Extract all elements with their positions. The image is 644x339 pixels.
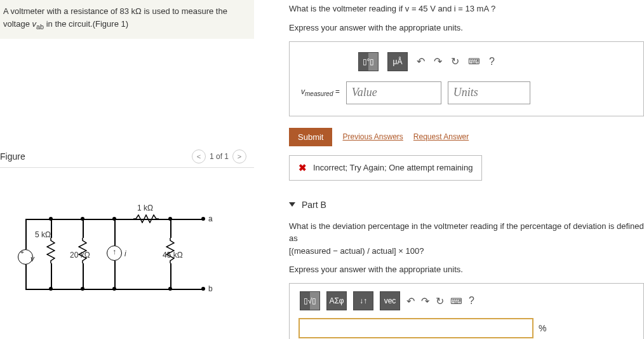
label-1k: 1 kΩ: [137, 204, 153, 212]
percent-label: %: [539, 323, 546, 333]
greek-button[interactable]: ΑΣφ: [326, 291, 347, 310]
collapse-icon: [289, 202, 295, 207]
updown-icon: ↓↑: [359, 296, 367, 305]
measured-var-label: vmeasured =: [301, 87, 340, 97]
templates-icon-b: ▯√▯: [304, 296, 317, 305]
resistor-5k: [46, 238, 55, 263]
part-a-question: What is the voltmeter reading if v = 45 …: [289, 3, 644, 15]
figure-nav-count: 1 of 1: [210, 152, 229, 161]
mu-icon: μÅ: [393, 57, 403, 66]
reset-icon-b[interactable]: ↻: [436, 295, 444, 307]
part-b-formula: [(measured − actual) / actual] × 100?: [289, 246, 424, 256]
part-a-input-row: vmeasured =: [301, 81, 632, 104]
help-icon-b[interactable]: ?: [469, 295, 474, 307]
terminal-a: a: [208, 214, 213, 223]
submit-button[interactable]: Submit: [289, 128, 332, 146]
figure-prev-button[interactable]: <: [192, 149, 206, 163]
figure-next-button[interactable]: >: [232, 149, 246, 163]
current-source: ↑: [107, 246, 122, 261]
part-b-label: Part B: [302, 200, 326, 210]
problem-statement: A voltmeter with a resistance of 83 kΩ i…: [0, 0, 254, 39]
part-a-submit-row: Submit Previous Answers Request Answer: [289, 128, 644, 146]
problem-sub: ab: [36, 22, 44, 30]
value-input[interactable]: [346, 81, 441, 104]
undo-icon-b[interactable]: ↶: [406, 295, 415, 307]
previous-answers-link[interactable]: Previous Answers: [342, 132, 403, 141]
units-input[interactable]: [448, 81, 530, 104]
request-answer-link[interactable]: Request Answer: [413, 132, 469, 141]
templates-button[interactable]: ▯°▯: [358, 52, 379, 71]
label-v: v: [30, 254, 34, 263]
part-b-value-input[interactable]: [299, 318, 533, 338]
label-20k: 20 kΩ: [70, 251, 90, 259]
greek-icon: ΑΣφ: [329, 296, 344, 305]
reset-icon[interactable]: ↻: [451, 55, 459, 67]
figure-title: Figure: [0, 151, 25, 162]
part-a-toolbar: ▯°▯ μÅ ↶ ↷ ↻ ⌨ ?: [358, 52, 632, 71]
part-b-question-pre: What is the deviation percentage in the …: [289, 221, 644, 244]
part-a-instruction: Express your answer with the appropriate…: [289, 23, 644, 32]
part-b-instruction: Express your answer with the appropriate…: [289, 265, 644, 274]
templates-button-b[interactable]: ▯√▯: [300, 291, 320, 310]
part-b-question: What is the deviation percentage in the …: [289, 220, 644, 258]
figure-header: Figure < 1 of 1 >: [0, 147, 254, 168]
vec-icon: vec: [384, 296, 396, 305]
figure-nav: < 1 of 1 >: [192, 149, 246, 163]
undo-icon[interactable]: ↶: [417, 55, 425, 67]
redo-icon-b[interactable]: ↷: [421, 295, 429, 307]
part-b-answer-box: ▯√▯ ΑΣφ ↓↑ vec ↶ ↷ ↻ ⌨ ? %: [289, 283, 644, 339]
label-i: i: [124, 249, 126, 258]
resistor-1k: [133, 214, 159, 223]
redo-icon[interactable]: ↷: [434, 55, 442, 67]
label-5k: 5 kΩ: [35, 230, 51, 239]
part-b-header[interactable]: Part B: [289, 200, 644, 210]
terminal-b: b: [208, 284, 213, 293]
superscript-button[interactable]: ↓↑: [353, 291, 373, 310]
keyboard-icon[interactable]: ⌨: [468, 57, 480, 66]
help-icon[interactable]: ?: [489, 56, 495, 67]
feedback-box: ✖ Incorrect; Try Again; One attempt rema…: [289, 155, 482, 181]
incorrect-icon: ✖: [299, 162, 307, 174]
part-b-toolbar: ▯√▯ ΑΣφ ↓↑ vec ↶ ↷ ↻ ⌨ ?: [300, 291, 634, 310]
feedback-text: Incorrect; Try Again; One attempt remain…: [313, 163, 473, 172]
circuit-schematic: + v 5 kΩ 20 kΩ ↑ i 1 kΩ: [6, 200, 248, 314]
problem-text-post: in the circuit.(Figure 1): [44, 19, 128, 29]
part-a-answer-box: ▯°▯ μÅ ↶ ↷ ↻ ⌨ ? vmeasured =: [289, 41, 644, 116]
templates-icon: ▯°▯: [363, 57, 375, 66]
label-45k: 45 kΩ: [163, 251, 183, 259]
keyboard-icon-b[interactable]: ⌨: [450, 296, 462, 306]
units-mu-button[interactable]: μÅ: [387, 52, 408, 71]
vec-button[interactable]: vec: [380, 291, 400, 310]
